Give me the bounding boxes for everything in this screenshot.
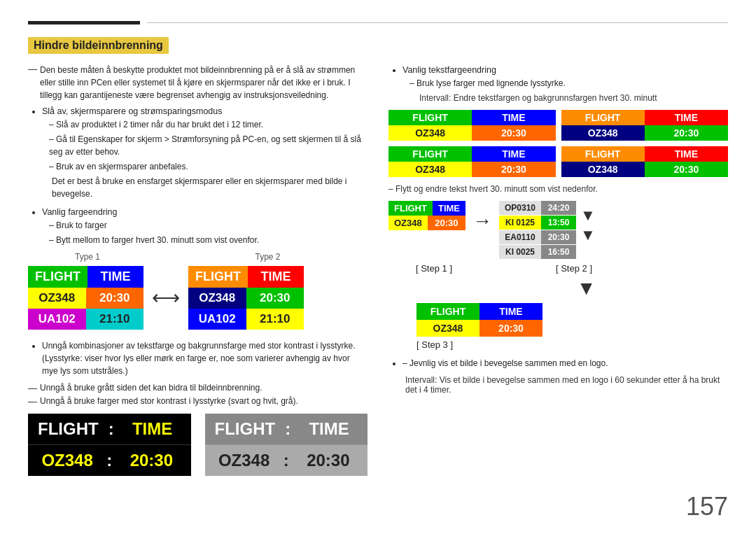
step2-board: OP0310 24:20 KI 0125 13:50 EA0110 20:30 bbox=[499, 201, 576, 259]
right-bullet-1: Vanlig tekstfargeendring Bruk lyse farge… bbox=[402, 64, 728, 104]
mini-board-2-oz: OZ348 bbox=[561, 125, 645, 141]
step3-section: FLIGHT TIME OZ348 20:30 [ Step 3 ] bbox=[416, 303, 728, 350]
boards-row: FLIGHT TIME OZ348 20:30 UA102 21:10 ⟷ bbox=[28, 266, 368, 330]
big-board-black-header: FLIGHT : TIME bbox=[28, 414, 191, 444]
step1-oz: OZ348 bbox=[388, 216, 428, 230]
big-board-gray-time-val: 20:30 bbox=[289, 445, 368, 476]
final-notes: – Jevnlig vis et bilde i bevegelse samme… bbox=[388, 357, 728, 395]
board-type2-flight-label: FLIGHT bbox=[188, 266, 248, 288]
sub-item-1b: Gå til Egenskaper for skjerm > Strømfors… bbox=[49, 133, 368, 158]
board-type1-ua: UA102 bbox=[28, 309, 86, 330]
step1-time: TIME bbox=[433, 201, 465, 216]
step2-row-4: KI 0025 16:50 bbox=[499, 245, 576, 259]
mini-board-4-time-val: 20:30 bbox=[645, 162, 728, 177]
step3-time-val: 20:30 bbox=[479, 320, 542, 337]
mini-board-2: FLIGHT TIME OZ348 20:30 bbox=[561, 110, 729, 141]
step3-label: [ Step 3 ] bbox=[416, 339, 453, 350]
bullet-list-1: Slå av, skjermsparere og strømsparingsmo… bbox=[28, 105, 368, 200]
step2-row-3: EA0110 20:30 bbox=[499, 230, 576, 244]
step1-board-hdr: FLIGHT TIME bbox=[388, 201, 465, 216]
board-type2-oz: OZ348 bbox=[188, 288, 246, 309]
big-board-gray-colon2: : bbox=[284, 445, 289, 476]
main-layout: — Den beste måten å beskytte produktet m… bbox=[28, 64, 728, 476]
dash-note-1: — Unngå å bruke grått siden det kan bidr… bbox=[28, 383, 368, 393]
top-line bbox=[28, 21, 728, 24]
big-board-black-colon2: : bbox=[106, 445, 112, 476]
bullet-item-1: Slå av, skjermsparere og strømsparingsmo… bbox=[42, 105, 368, 200]
final-interval: Intervall: Vis et bilde i bevegelse samm… bbox=[388, 375, 728, 395]
step3-oz: OZ348 bbox=[416, 320, 479, 337]
flight-board-type2: FLIGHT TIME OZ348 20:30 UA102 21:10 bbox=[188, 266, 304, 330]
big-board-gray-colon1: : bbox=[285, 414, 290, 444]
mini-board-2-time-val: 20:30 bbox=[645, 125, 728, 141]
big-board-black: FLIGHT : TIME OZ348 : 20:30 bbox=[28, 414, 191, 476]
step3-board-dtr: OZ348 20:30 bbox=[416, 320, 542, 337]
step2-row-1: OP0310 24:20 bbox=[499, 201, 576, 215]
sub-list-2: Bruk to farger Bytt mellom to farger hve… bbox=[42, 219, 368, 246]
big-board-black-time-val: 20:30 bbox=[112, 445, 190, 476]
step1-board-dtr: OZ348 20:30 bbox=[388, 216, 465, 230]
mini-board-1-dtr: OZ348 20:30 bbox=[388, 125, 556, 141]
mini-board-4-flight: FLIGHT bbox=[561, 146, 645, 162]
board-type1-ua-time: 21:10 bbox=[86, 309, 144, 330]
mini-board-4-hdr: FLIGHT TIME bbox=[561, 146, 729, 162]
board-type1-oz: OZ348 bbox=[28, 288, 86, 309]
section-heading: Hindre bildeinnbrenning bbox=[28, 37, 169, 54]
big-board-gray-header: FLIGHT : TIME bbox=[205, 414, 368, 444]
big-board-gray-oz: OZ348 bbox=[205, 445, 284, 476]
big-board-black-data: OZ348 : 20:30 bbox=[28, 444, 191, 476]
big-board-gray-data: OZ348 : 20:30 bbox=[205, 444, 368, 476]
sub-item-1a: Slå av produktet i 2 timer når du har br… bbox=[49, 118, 368, 131]
top-line-gray bbox=[147, 22, 728, 23]
board-type2-time-label: TIME bbox=[248, 266, 304, 288]
board-type2-time-val: 20:30 bbox=[246, 288, 304, 309]
step2-time-1: 24:20 bbox=[541, 201, 576, 215]
mini-board-2-hdr: FLIGHT TIME bbox=[561, 110, 729, 125]
mini-board-1-time-val: 20:30 bbox=[472, 125, 555, 141]
right-sub-list: Bruk lyse farger med lignende lysstyrke. bbox=[402, 77, 728, 90]
step3-flight: FLIGHT bbox=[416, 303, 479, 320]
big-board-black-colon1: : bbox=[108, 414, 114, 444]
mini-board-3-oz: OZ348 bbox=[388, 162, 472, 177]
step-labels-row: [ Step 1 ] [ Step 2 ] bbox=[388, 263, 728, 274]
dash-note-2: — Unngå å bruke farger med stor kontrast… bbox=[28, 396, 368, 407]
step1-flight: FLIGHT bbox=[388, 201, 433, 216]
board-type2-row1: OZ348 20:30 bbox=[188, 288, 304, 309]
intro-text: — Den beste måten å beskytte produktet m… bbox=[28, 64, 368, 101]
mini-board-4-time: TIME bbox=[645, 146, 728, 162]
sub-item-2b: Bytt mellom to farger hvert 30. minutt s… bbox=[49, 234, 368, 246]
final-bullet-1: – Jevnlig vis et bilde i bevegelse samme… bbox=[402, 357, 728, 370]
step3-board: FLIGHT TIME OZ348 20:30 bbox=[416, 303, 542, 337]
down-arrow-2-icon: ▼ bbox=[580, 226, 596, 244]
right-boards-2x2: FLIGHT TIME OZ348 20:30 FLIGHT TIME bbox=[388, 110, 728, 177]
down-arrows: ▼ ▼ bbox=[580, 206, 596, 244]
board-type2-ua: UA102 bbox=[188, 309, 246, 330]
big-board-gray-flight: FLIGHT bbox=[205, 414, 286, 444]
type-labels: Type 1 Type 2 bbox=[28, 252, 368, 262]
step2-row-2: KI 0125 13:50 bbox=[499, 216, 576, 230]
type-label-2: Type 2 bbox=[168, 252, 368, 262]
bullet-item-3: Unngå kombinasjoner av tekstfarge og bak… bbox=[42, 339, 368, 377]
bullet-item-2: Vanlig fargeendring Bruk to farger Bytt … bbox=[42, 206, 368, 246]
board-type2-header: FLIGHT TIME bbox=[188, 266, 304, 288]
step3-time: TIME bbox=[479, 303, 542, 320]
big-boards-row: FLIGHT : TIME OZ348 : 20:30 FLIGHT : bbox=[28, 414, 368, 476]
mini-board-2-dtr: OZ348 20:30 bbox=[561, 125, 729, 141]
board-type1-flight-label: FLIGHT bbox=[28, 266, 88, 288]
board-type1-row1: OZ348 20:30 bbox=[28, 288, 144, 309]
swap-arrow: ⟷ bbox=[152, 286, 180, 309]
right-column: Vanlig tekstfargeendring Bruk lyse farge… bbox=[388, 64, 728, 476]
step3-board-hdr: FLIGHT TIME bbox=[416, 303, 542, 320]
step2-time-2: 13:50 bbox=[541, 216, 576, 230]
type-label-1: Type 1 bbox=[28, 252, 147, 262]
mini-board-3: FLIGHT TIME OZ348 20:30 bbox=[388, 146, 556, 177]
mini-board-1-oz: OZ348 bbox=[388, 125, 472, 141]
step1-group: FLIGHT TIME OZ348 20:30 bbox=[388, 201, 465, 230]
mini-board-1-flight: FLIGHT bbox=[388, 110, 472, 125]
mini-board-2-flight: FLIGHT bbox=[561, 110, 645, 125]
mini-board-2-time: TIME bbox=[645, 110, 728, 125]
big-board-black-oz: OZ348 bbox=[28, 445, 106, 476]
big-board-gray: FLIGHT : TIME OZ348 : 20:30 bbox=[205, 414, 368, 476]
big-board-black-time: TIME bbox=[114, 414, 191, 444]
big-down-arrow-icon: ▼ bbox=[444, 277, 728, 300]
